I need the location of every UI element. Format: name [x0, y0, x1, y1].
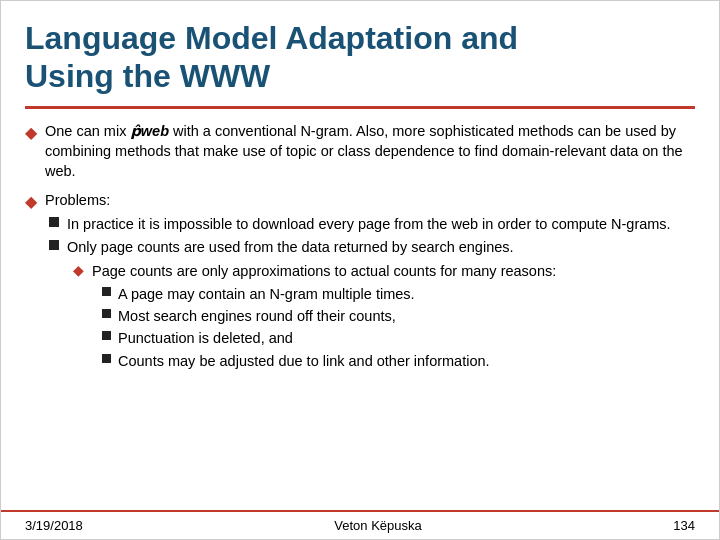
square-small-icon — [102, 309, 111, 318]
diamond-icon: ◆ — [25, 191, 37, 213]
item2-text: Most search engines round off their coun… — [118, 306, 396, 326]
item3-text: Punctuation is deleted, and — [118, 328, 293, 348]
sub2-sub1-label: Page counts are only approximations to a… — [92, 263, 556, 279]
list-item: Most search engines round off their coun… — [102, 306, 695, 326]
slide-footer: 3/19/2018 Veton Këpuska 134 — [1, 510, 719, 539]
title-line1: Language Model Adaptation and — [25, 20, 518, 56]
list-item: Only page counts are used from the data … — [49, 237, 695, 376]
sub1-text: In practice it is impossible to download… — [67, 214, 695, 234]
sub2-sub1-text: Page counts are only approximations to a… — [92, 261, 695, 373]
footer-date: 3/19/2018 — [25, 518, 83, 533]
sub-list-l2: In practice it is impossible to download… — [49, 214, 695, 376]
diamond-small-icon: ◆ — [73, 261, 84, 281]
bullet2-text: Problems: In practice it is impossible t… — [45, 190, 695, 379]
list-item: In practice it is impossible to download… — [49, 214, 695, 234]
title-line2: Using the WWW — [25, 58, 270, 94]
sub2-label: Only page counts are used from the data … — [67, 239, 514, 255]
square-small-icon — [102, 354, 111, 363]
list-item: ◆ One can mix p̂web with a conventional … — [25, 121, 695, 182]
diamond-icon: ◆ — [25, 122, 37, 144]
slide-content: ◆ One can mix p̂web with a conventional … — [1, 109, 719, 510]
bullet1-formula: p̂web — [130, 123, 169, 139]
item4-text: Counts may be adjusted due to link and o… — [118, 351, 490, 371]
list-item: A page may contain an N-gram multiple ti… — [102, 284, 695, 304]
footer-page: 134 — [673, 518, 695, 533]
square-small-icon — [102, 287, 111, 296]
bullet1-text: One can mix p̂web with a conventional N-… — [45, 121, 695, 182]
list-item: ◆ Page counts are only approximations to… — [73, 261, 695, 373]
bullet1-prefix: One can mix — [45, 123, 130, 139]
bullet2-label: Problems: — [45, 192, 110, 208]
square-small-icon — [102, 331, 111, 340]
slide-title: Language Model Adaptation and Using the … — [25, 19, 695, 96]
item1-text: A page may contain an N-gram multiple ti… — [118, 284, 415, 304]
sub-list-l3: ◆ Page counts are only approximations to… — [73, 261, 695, 373]
list-item: Punctuation is deleted, and — [102, 328, 695, 348]
list-item: ◆ Problems: In practice it is impossible… — [25, 190, 695, 379]
sub-list-l4: A page may contain an N-gram multiple ti… — [102, 284, 695, 371]
slide: Language Model Adaptation and Using the … — [0, 0, 720, 540]
list-item: Counts may be adjusted due to link and o… — [102, 351, 695, 371]
square-icon — [49, 217, 59, 227]
footer-author: Veton Këpuska — [334, 518, 421, 533]
square-icon — [49, 240, 59, 250]
sub2-text: Only page counts are used from the data … — [67, 237, 695, 376]
slide-header: Language Model Adaptation and Using the … — [1, 1, 719, 106]
